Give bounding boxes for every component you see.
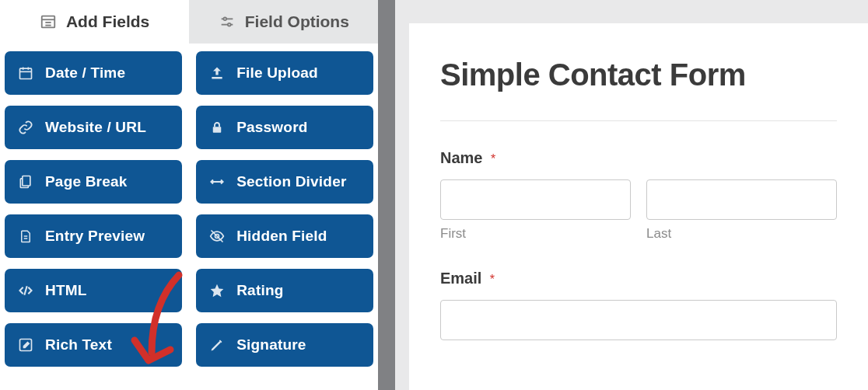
sliders-icon: [219, 13, 236, 30]
field-label: Entry Preview: [45, 228, 145, 245]
svg-point-7: [228, 23, 231, 26]
form-field-email: Email *: [440, 270, 837, 340]
first-name-input[interactable]: [440, 179, 631, 220]
link-icon: [17, 119, 34, 136]
star-icon: [208, 282, 226, 299]
document-icon: [17, 228, 34, 245]
sidebar-tabs: Add Fields Field Options: [0, 0, 378, 44]
tab-add-fields[interactable]: Add Fields: [0, 0, 189, 44]
field-label: Rating: [236, 282, 283, 299]
required-indicator: *: [491, 152, 495, 165]
svg-rect-14: [23, 176, 30, 186]
field-file-upload[interactable]: File Upload: [196, 51, 373, 95]
divider-icon: [208, 173, 226, 190]
svg-line-20: [24, 286, 26, 295]
form-preview-area: Simple Contact Form Name * First Last Em…: [395, 0, 868, 390]
pages-icon: [17, 173, 34, 190]
form-title: Simple Contact Form: [440, 57, 837, 92]
svg-point-5: [223, 18, 226, 21]
field-signature[interactable]: Signature: [196, 323, 373, 367]
tab-label: Add Fields: [66, 12, 149, 31]
field-label: Password: [236, 119, 307, 136]
svg-rect-13: [213, 127, 222, 133]
field-label-email: Email: [440, 270, 481, 287]
field-website-url[interactable]: Website / URL: [5, 106, 182, 149]
fields-grid: Date / Time File Upload Website / URL Pa…: [0, 44, 378, 367]
field-html[interactable]: HTML: [5, 269, 182, 312]
field-label: File Upload: [236, 64, 318, 82]
field-hidden-field[interactable]: Hidden Field: [196, 214, 373, 258]
eye-slash-icon: [208, 228, 226, 245]
lock-icon: [208, 119, 226, 136]
field-rating[interactable]: Rating: [196, 269, 373, 312]
field-password[interactable]: Password: [196, 106, 373, 149]
form-canvas[interactable]: Simple Contact Form Name * First Last Em…: [409, 23, 868, 390]
last-name-input[interactable]: [646, 179, 837, 220]
upload-icon: [208, 64, 226, 82]
field-label: Hidden Field: [236, 228, 327, 245]
field-label: Date / Time: [45, 64, 125, 82]
calendar-icon: [17, 64, 34, 82]
field-label: Rich Text: [45, 336, 112, 353]
field-entry-preview[interactable]: Entry Preview: [5, 214, 182, 258]
field-label: Page Break: [45, 173, 128, 190]
tab-field-options[interactable]: Field Options: [189, 0, 378, 44]
field-label-name: Name: [440, 149, 482, 166]
last-sub-label: Last: [646, 226, 837, 242]
form-divider: [440, 120, 837, 121]
code-icon: [17, 282, 34, 299]
first-sub-label: First: [440, 226, 631, 242]
field-label: Website / URL: [45, 119, 146, 136]
panel-divider: [378, 0, 395, 390]
field-label: Section Divider: [236, 173, 346, 190]
pencil-icon: [208, 336, 226, 353]
fields-sidebar: Add Fields Field Options Date / Time Fil…: [0, 0, 378, 390]
form-icon: [40, 13, 57, 30]
field-page-break[interactable]: Page Break: [5, 160, 182, 204]
svg-rect-12: [212, 77, 222, 79]
email-input[interactable]: [440, 300, 837, 340]
field-section-divider[interactable]: Section Divider: [196, 160, 373, 204]
field-date-time[interactable]: Date / Time: [5, 51, 182, 95]
svg-marker-21: [211, 284, 224, 298]
field-label: HTML: [45, 282, 87, 299]
form-field-name: Name * First Last: [440, 149, 837, 242]
required-indicator: *: [490, 273, 495, 286]
field-label: Signature: [236, 336, 306, 353]
svg-rect-8: [20, 68, 32, 78]
tab-label: Field Options: [245, 12, 349, 31]
field-rich-text[interactable]: Rich Text: [5, 323, 182, 367]
edit-icon: [17, 336, 34, 353]
